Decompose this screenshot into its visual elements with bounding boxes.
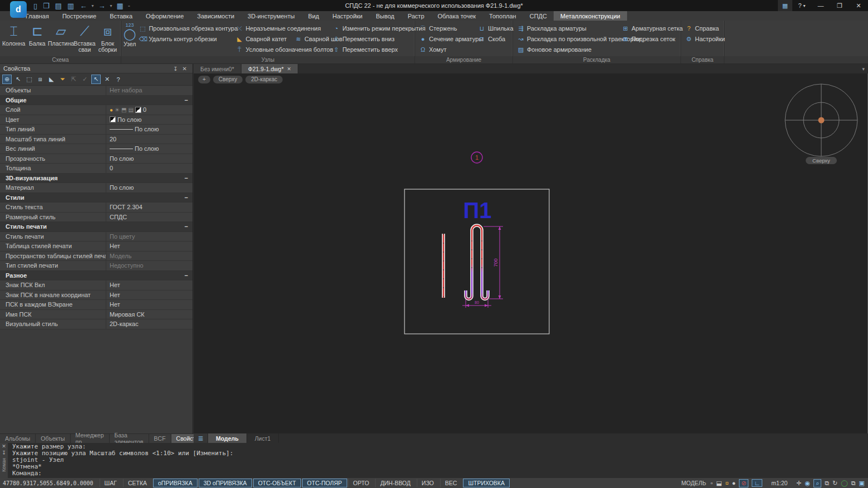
color-swatch[interactable]	[110, 116, 116, 122]
new-file-icon[interactable]: ▯	[32, 2, 38, 10]
doc-close-icon[interactable]: ✕	[287, 66, 292, 72]
prop-row-plottype[interactable]: Тип стилей печатиНедоступно	[0, 261, 193, 271]
beam-button[interactable]: ⊏Балка	[26, 22, 48, 47]
toggle-grid[interactable]: СЕТКА	[123, 479, 152, 487]
hairpin-rebar-outline[interactable]	[466, 225, 488, 299]
orbit-icon[interactable]: ↻	[832, 480, 837, 487]
prop-row-color[interactable]: ЦветПо слою	[0, 115, 193, 125]
view-direction-button[interactable]: Сверху	[213, 76, 243, 83]
tab-3d-instrumenty[interactable]: 3D-инструменты	[241, 11, 302, 21]
prop-row-ucs-name[interactable]: Имя ПСКМировая СК	[0, 310, 193, 320]
help-menu-button[interactable]: ? ▾	[792, 0, 811, 11]
tab-model[interactable]: Модель	[208, 433, 247, 443]
permanent-joints-button[interactable]: ⤫Неразъемные соединения	[234, 23, 329, 33]
prop-section-plotstyle[interactable]: Стиль печати−	[0, 222, 193, 232]
tab-postroenie[interactable]: Построение	[56, 11, 103, 21]
dimension-value-vertical[interactable]: 700	[493, 258, 499, 267]
prop-row-visualstyle[interactable]: Визуальный стиль2D-каркас	[0, 319, 193, 329]
drawing-canvas[interactable]: + Сверху 2D-каркас	[194, 73, 868, 433]
selection-cycling-icon[interactable]: ⊘	[739, 479, 748, 487]
restore-button[interactable]: ❐	[830, 0, 849, 11]
poly-select-icon[interactable]: ⧈	[36, 75, 45, 84]
move-selection-icon[interactable]: ⇱	[69, 75, 78, 84]
layer-freeze-icon[interactable]: ☀	[115, 107, 120, 113]
assembly-block-button[interactable]: ⧈Блок сборки	[97, 22, 119, 53]
viewport-menu-button[interactable]: +	[198, 76, 210, 83]
node-button[interactable]: 123 ◯ Узел	[124, 22, 136, 47]
toggle-ortho[interactable]: ОРТО	[348, 479, 374, 487]
background-rebar-button[interactable]: ▨Фоновое армирование	[515, 45, 619, 55]
tab-vid[interactable]: Вид	[302, 11, 326, 21]
add-to-selection-icon[interactable]: ⊕	[2, 75, 12, 84]
tab-nastroyki[interactable]: Настройки	[326, 11, 369, 21]
crop-contour-button[interactable]: ⬚Произвольная обрезка контура	[137, 23, 233, 33]
command-pin-icon[interactable]: ↧	[2, 450, 6, 456]
layer-on-icon[interactable]: ●	[110, 107, 113, 113]
undo-dropdown-icon[interactable]: ▾	[91, 3, 93, 8]
prop-section-3d[interactable]: 3D-визуализация−	[0, 174, 193, 184]
tab-metallokonstruktsii[interactable]: Металлоконструкции	[554, 11, 627, 21]
tab-albums[interactable]: Альбомы	[0, 434, 36, 443]
rebar-layout-button[interactable]: ⇶Раскладка арматуры	[515, 23, 619, 33]
help-circle-icon[interactable]: ?	[114, 75, 123, 84]
bracket-button[interactable]: ⊓Скоба	[476, 34, 512, 44]
collapse-icon[interactable]: −	[185, 97, 193, 103]
hairpin-rebar[interactable]	[466, 225, 488, 299]
dimension-value-horizontal[interactable]: 80	[475, 300, 479, 304]
toggle-lineweight[interactable]: ВЕС	[440, 479, 462, 487]
clamp-button[interactable]: ΩХомут	[417, 45, 475, 55]
prop-section-misc[interactable]: Разное−	[0, 271, 193, 281]
tab-list1[interactable]: Лист1	[247, 433, 279, 443]
tab-objects[interactable]: Объекты	[36, 434, 70, 443]
save-as-icon[interactable]: ▥	[66, 2, 75, 10]
fullscreen-icon[interactable]: ▣	[859, 480, 865, 487]
minimize-button[interactable]: —	[811, 0, 830, 11]
mesh-trim-button[interactable]: ⊠Подрезка сеток	[620, 34, 680, 44]
move-down-button[interactable]: ⇩Переместить вниз	[331, 34, 420, 44]
toggle-otrack[interactable]: ОТС-ОБЪЕКТ	[253, 479, 301, 487]
hairpin-button[interactable]: ⊔Шпилька	[476, 23, 512, 33]
layout-list-icon[interactable]: ≣	[194, 433, 208, 443]
tab-element-base[interactable]: База элементов	[110, 434, 149, 443]
position-marker-number[interactable]: 1	[475, 154, 479, 161]
prop-row-thickness[interactable]: Толщина0	[0, 164, 193, 174]
pin-icon[interactable]: ↧	[171, 66, 180, 72]
rect-select-icon[interactable]: ⬚	[24, 75, 34, 84]
tab-zavisimosti[interactable]: Зависимости	[190, 11, 241, 21]
close-button[interactable]: ✕	[849, 0, 868, 11]
prop-row-transparency[interactable]: ПрозрачностьПо слою	[0, 154, 193, 164]
prop-row-plotstyle[interactable]: Стиль печатиПо цвету	[0, 232, 193, 242]
toolbar-overflow-icon[interactable]: ₌	[128, 3, 130, 8]
close-panel-icon[interactable]: ✕	[180, 66, 189, 72]
doc-tabs-dropdown-icon[interactable]: ▾	[862, 64, 865, 73]
prop-row-textstyle[interactable]: Стиль текстаГОСТ 2.304	[0, 203, 193, 213]
prop-row-dimstyle[interactable]: Размерный стильСПДС	[0, 213, 193, 223]
rebar-section-button[interactable]: ●Сечение арматуры	[417, 34, 475, 44]
prop-row-objects[interactable]: ОбъектыНет набора	[0, 86, 193, 96]
collapse-icon[interactable]: −	[185, 175, 193, 181]
layer-color-swatch[interactable]	[135, 107, 141, 113]
zoom-icon[interactable]: ⌕	[813, 479, 821, 487]
tab-oblaka-tochek[interactable]: Облака точек	[431, 11, 483, 21]
save-icon[interactable]: ▤	[54, 2, 63, 10]
rod-button[interactable]: ⌒Стержень	[417, 23, 475, 33]
prop-row-ltscale[interactable]: Масштаб типа линий20	[0, 135, 193, 145]
settings-button[interactable]: ⚙Настройки	[683, 34, 721, 44]
rebar-mesh-button[interactable]: ⊞Арматурная сетка	[620, 23, 680, 33]
collapse-icon[interactable]: −	[185, 272, 193, 279]
navigation-wheel-center[interactable]	[818, 117, 825, 124]
toggle-polar[interactable]: ОТС-ПОЛЯР	[302, 479, 347, 487]
command-history[interactable]: Укажите размер узла: Укажите позицию узл…	[8, 443, 868, 478]
prop-row-plotspace[interactable]: Пространство таблицы стилей печатиМодель	[0, 252, 193, 262]
sheet-icon[interactable]: ⬓	[716, 480, 722, 487]
select-cursor-icon[interactable]: ↖	[13, 75, 23, 84]
prop-row-ucs-viewport[interactable]: ПСК в каждом ВЭкранеНет	[0, 300, 193, 310]
move-up-button[interactable]: ⇧Переместить вверх	[331, 45, 420, 55]
toggle-3d-osnap[interactable]: 3D оПРИВЯЗКА	[199, 479, 252, 487]
navigation-wheel[interactable]	[785, 84, 857, 156]
annotation-scale[interactable]: m1:20	[766, 480, 793, 486]
toggle-osnap[interactable]: оПРИВЯЗКА	[153, 479, 198, 487]
layer-print-icon[interactable]: ▤	[128, 107, 133, 113]
prop-row-lineweight[interactable]: Вес линийПо слою	[0, 144, 193, 154]
print-icon[interactable]: ▦	[115, 2, 124, 10]
